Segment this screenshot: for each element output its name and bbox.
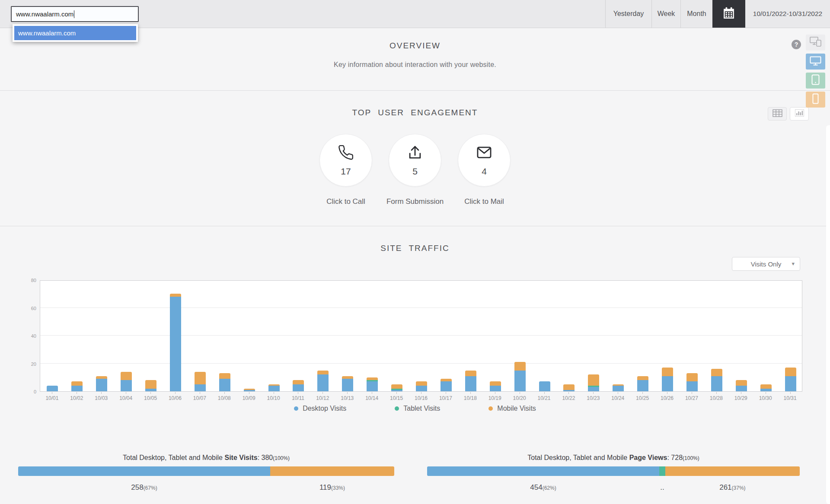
url-input[interactable]: www.nwaalarm.com [11,6,139,22]
x-tick-label: 10/06 [169,395,182,401]
gridline-60 [40,307,802,308]
stacked-bar-10/04 [121,372,132,391]
form-submission-label: Form Submission [389,197,441,206]
yesterday-button[interactable]: Yesterday [605,0,651,28]
y-tick-label: 80 [25,278,36,283]
url-autocomplete-item[interactable]: www.nwaalarm.com [14,26,136,40]
bar-segment [47,386,58,391]
x-tick [150,392,151,394]
legend-item-mobile-visits[interactable]: Mobile Visits [488,405,536,412]
x-tick-label: 10/13 [341,395,354,401]
tablet-filter-button[interactable] [806,73,825,89]
x-tick [667,392,667,394]
x-tick-label: 10/29 [734,395,747,401]
x-tick [568,392,569,394]
all-devices-button[interactable] [806,35,825,51]
legend-item-desktop-visits[interactable]: Desktop Visits [294,405,346,412]
bar-segment [613,386,624,391]
text-caret [74,10,74,18]
click-to-call-stat[interactable]: 17 [319,134,372,187]
bar-segment [711,369,722,376]
x-tick-label: 10/27 [685,395,698,401]
stacked-bar-10/31 [785,368,796,391]
x-tick-label: 10/31 [784,395,797,401]
legend-item-tablet-visits[interactable]: Tablet Visits [395,405,440,412]
bar-segment [490,386,501,391]
bar-segment [637,380,648,391]
help-icon[interactable]: ? [792,40,801,49]
bar-segment [711,376,722,391]
x-tick-label: 10/19 [488,395,501,401]
x-tick [495,392,495,394]
bar-segment [785,376,796,391]
x-tick-label: 10/25 [636,395,649,401]
x-tick [593,392,594,394]
x-tick [126,392,126,394]
upload-icon [407,144,423,162]
x-axis: 10/0110/0210/0310/0410/0510/0610/0710/08… [40,392,802,403]
bar-segment [317,371,329,375]
click-to-mail-stat[interactable]: 4 [458,134,511,187]
legend-label: Desktop Visits [303,405,346,412]
stacked-bar-10/20 [514,362,526,391]
stacked-bar-10/24 [613,384,624,391]
x-tick-label: 10/04 [119,395,132,401]
stacked-bar-10/17 [441,379,452,391]
x-tick [470,392,471,394]
x-tick-label: 10/02 [70,395,83,401]
chart-legend: Desktop VisitsTablet VisitsMobile Visits [0,405,830,412]
x-tick-label: 10/14 [365,395,378,401]
url-input-value: www.nwaalarm.com [16,10,73,18]
bar-segment [490,381,501,386]
x-tick [766,392,766,394]
scrollbar[interactable] [826,125,830,504]
stacked-bar-10/09 [244,389,255,391]
stacked-bar-10/14 [367,377,378,391]
site-visits-total: Total Desktop, Tablet and Mobile Site Vi… [18,454,394,492]
x-tick [52,392,52,394]
calendar-button[interactable] [712,0,745,28]
desktop-filter-button[interactable] [806,54,825,70]
bar-segment [145,380,156,388]
view-toggles [768,107,809,120]
month-button[interactable]: Month [680,0,712,28]
bar-segment [145,389,156,391]
x-tick [298,392,298,394]
x-tick [716,392,717,394]
x-tick-label: 10/26 [661,395,674,401]
bar-segment [121,380,132,391]
visits-filter-dropdown[interactable]: Visits Only ▾ [732,257,800,271]
mobile-filter-button[interactable] [806,92,825,108]
legend-dot [488,406,493,411]
bar-segment [563,384,575,390]
stacked-bar-10/18 [465,371,476,391]
form-submission-stat[interactable]: 5 [389,134,441,187]
date-range-display[interactable]: 10/01/2022-10/31/2022 [745,0,830,28]
x-tick [249,392,249,394]
stacked-bar-10/03 [96,376,107,391]
bar-segment [71,381,83,386]
overview-subtitle: Key information about interaction with y… [0,61,830,69]
x-tick-label: 10/21 [538,395,551,401]
table-icon [773,109,782,119]
chart-view-button[interactable] [790,107,809,120]
stacked-bar-10/01 [47,386,58,391]
bar-segment [588,374,599,386]
table-view-button[interactable] [768,107,787,120]
stacked-bar-10/21 [539,381,550,391]
site-traffic-section: SITE TRAFFIC Visits Only ▾ 020406080 10/… [0,227,830,504]
week-button[interactable]: Week [651,0,680,28]
stacked-bar-10/13 [342,376,353,391]
total-bar-segment [18,466,270,476]
x-tick [274,392,274,394]
bar-segment [441,381,452,391]
stacked-bar-10/11 [293,380,304,391]
x-tick [642,392,643,394]
stacked-bar-10/06 [170,294,181,391]
bar-segment [662,368,673,376]
click-to-call-label: Click to Call [319,197,372,206]
total-segment-label: 454(62%) [427,483,659,492]
x-tick [77,392,77,394]
bar-segment [736,386,747,391]
stacked-bar-10/30 [760,384,772,391]
